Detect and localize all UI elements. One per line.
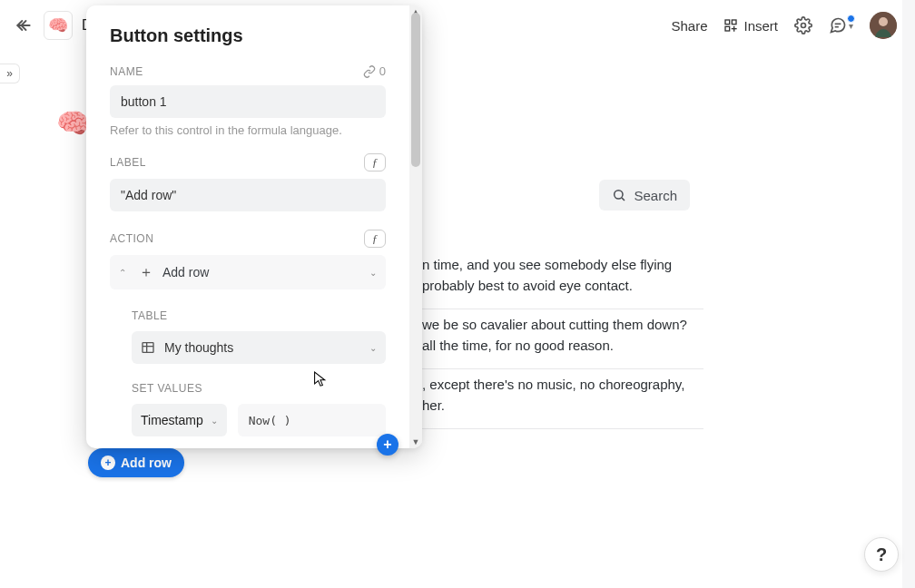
scroll-down-icon[interactable]: ▼ xyxy=(409,436,422,448)
link-icon xyxy=(363,65,376,78)
svg-rect-3 xyxy=(733,20,737,24)
search-icon xyxy=(612,188,626,202)
name-reference-count[interactable]: 0 xyxy=(363,64,386,78)
svg-point-11 xyxy=(879,17,888,26)
chevron-down-icon: ⌄ xyxy=(369,343,377,353)
panel-title: Button settings xyxy=(110,25,386,46)
set-values-column-name: Timestamp xyxy=(141,413,203,427)
plus-icon: ＋ xyxy=(139,263,153,282)
chat-icon xyxy=(829,16,847,34)
doc-line: we be so cavalier about cutting them dow… xyxy=(422,309,703,369)
insert-icon xyxy=(723,18,738,33)
set-values-formula-input[interactable]: Now( ) xyxy=(238,404,386,436)
help-button[interactable]: ? xyxy=(864,537,899,572)
table-name: My thoughts xyxy=(164,340,360,355)
settings-icon[interactable] xyxy=(794,16,812,34)
svg-rect-4 xyxy=(725,26,730,31)
label-section-label: LABEL xyxy=(110,156,146,169)
chevron-down-icon: ⌄ xyxy=(369,268,377,278)
doc-icon[interactable]: 🧠 xyxy=(44,11,73,40)
avatar[interactable] xyxy=(870,12,897,39)
insert-label: Insert xyxy=(743,18,778,34)
collapse-icon: ⌃ xyxy=(115,268,130,278)
document-text: n time, and you see somebody else flying… xyxy=(422,250,703,429)
add-row-button[interactable]: + Add row xyxy=(88,448,184,477)
doc-line: , except there's no music, no choreograp… xyxy=(422,369,703,429)
notification-dot xyxy=(847,15,855,23)
svg-point-12 xyxy=(615,191,623,199)
set-values-formula-text: Now( ) xyxy=(249,414,291,427)
scroll-thumb[interactable] xyxy=(411,13,420,167)
add-row-label: Add row xyxy=(121,456,172,470)
name-input[interactable] xyxy=(110,85,386,118)
doc-line: n time, and you see somebody else flying… xyxy=(422,250,703,309)
label-input[interactable] xyxy=(110,179,386,211)
name-section-label: NAME xyxy=(110,65,143,78)
svg-rect-14 xyxy=(143,343,153,353)
action-select[interactable]: ⌃ ＋ Add row ⌄ xyxy=(110,255,386,289)
svg-point-7 xyxy=(802,24,806,28)
page-emoji: 🧠 xyxy=(56,107,90,139)
label-formula-toggle[interactable]: ƒ xyxy=(364,153,386,172)
svg-line-13 xyxy=(623,198,625,201)
table-icon xyxy=(141,340,155,355)
plus-icon: + xyxy=(101,456,115,470)
help-label: ? xyxy=(876,544,887,565)
reference-count: 0 xyxy=(379,64,386,78)
name-help-text: Refer to this control in the formula lan… xyxy=(110,123,386,137)
table-section-label: TABLE xyxy=(132,309,386,322)
panel-scrollbar[interactable]: ▲ ▼ xyxy=(409,5,422,448)
share-button[interactable]: Share xyxy=(671,18,707,34)
add-set-value-button[interactable]: + xyxy=(377,434,398,456)
action-section-label: ACTION xyxy=(110,232,153,245)
back-button[interactable] xyxy=(13,15,34,36)
notifications-button[interactable]: ▾ xyxy=(829,16,853,34)
set-values-section-label: SET VALUES xyxy=(132,382,386,395)
table-select[interactable]: My thoughts ⌄ xyxy=(132,331,386,364)
sidebar-expand-button[interactable]: » xyxy=(0,64,20,83)
svg-rect-2 xyxy=(725,20,730,24)
chevron-down-icon: ⌄ xyxy=(211,416,218,426)
page-scrollbar[interactable] xyxy=(902,0,915,588)
search-label: Search xyxy=(634,188,677,203)
action-formula-toggle[interactable]: ƒ xyxy=(364,230,386,248)
search-button[interactable]: Search xyxy=(599,180,690,211)
insert-button[interactable]: Insert xyxy=(723,18,778,34)
set-values-column-select[interactable]: Timestamp ⌄ xyxy=(132,404,227,436)
button-settings-panel: ▲ ▼ Button settings NAME 0 Refer to this… xyxy=(86,5,422,448)
action-name: Add row xyxy=(162,265,360,279)
